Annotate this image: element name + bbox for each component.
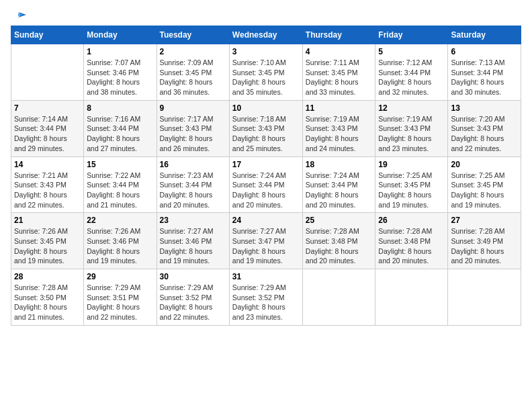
day-info: Sunrise: 7:16 AMSunset: 3:44 PMDaylight:… [87,114,153,154]
day-info: Sunrise: 7:24 AMSunset: 3:44 PMDaylight:… [306,171,373,210]
calendar-cell [375,269,448,326]
calendar-week-row: 1Sunrise: 7:07 AMSunset: 3:46 PMDaylight… [11,44,521,101]
calendar-cell: 23Sunrise: 7:27 AMSunset: 3:46 PMDayligh… [157,213,229,269]
day-number: 21 [14,216,81,225]
day-info: Sunrise: 7:28 AMSunset: 3:49 PMDaylight:… [451,226,518,266]
day-number: 1 [87,47,153,56]
day-number: 11 [306,103,373,113]
calendar-cell [11,44,84,101]
day-number: 31 [232,272,300,281]
day-number: 30 [160,272,226,281]
header-thursday: Thursday [302,26,375,44]
calendar-cell: 7Sunrise: 7:14 AMSunset: 3:44 PMDaylight… [11,100,84,156]
day-info: Sunrise: 7:17 AMSunset: 3:43 PMDaylight:… [160,114,226,154]
day-number: 20 [451,160,518,169]
day-number: 18 [306,160,373,169]
day-number: 5 [378,47,445,56]
day-number: 6 [451,47,518,56]
day-number: 16 [160,160,226,169]
day-number: 2 [160,47,226,56]
calendar-cell: 13Sunrise: 7:20 AMSunset: 3:43 PMDayligh… [448,100,521,156]
day-number: 19 [378,160,445,169]
day-info: Sunrise: 7:19 AMSunset: 3:43 PMDaylight:… [378,114,445,154]
calendar-cell: 30Sunrise: 7:29 AMSunset: 3:52 PMDayligh… [157,269,229,326]
calendar-cell: 6Sunrise: 7:13 AMSunset: 3:44 PMDaylight… [448,44,521,101]
page-header [11,11,521,19]
day-info: Sunrise: 7:26 AMSunset: 3:45 PMDaylight:… [14,226,81,266]
header-sunday: Sunday [11,26,84,44]
day-info: Sunrise: 7:27 AMSunset: 3:47 PMDaylight:… [232,226,300,266]
logo-bird-icon [11,11,26,21]
day-number: 14 [14,160,81,169]
calendar-week-row: 21Sunrise: 7:26 AMSunset: 3:45 PMDayligh… [11,213,521,269]
calendar-week-row: 14Sunrise: 7:21 AMSunset: 3:43 PMDayligh… [11,156,521,213]
calendar-cell: 2Sunrise: 7:09 AMSunset: 3:45 PMDaylight… [157,44,229,101]
header-tuesday: Tuesday [157,26,229,44]
day-info: Sunrise: 7:23 AMSunset: 3:44 PMDaylight:… [160,171,226,210]
day-info: Sunrise: 7:21 AMSunset: 3:43 PMDaylight:… [14,171,81,210]
calendar-cell: 3Sunrise: 7:10 AMSunset: 3:45 PMDaylight… [229,44,302,101]
calendar-header-row: SundayMondayTuesdayWednesdayThursdayFrid… [11,26,521,44]
calendar-cell: 27Sunrise: 7:28 AMSunset: 3:49 PMDayligh… [448,213,521,269]
day-info: Sunrise: 7:14 AMSunset: 3:44 PMDaylight:… [14,114,81,154]
calendar-cell: 26Sunrise: 7:28 AMSunset: 3:48 PMDayligh… [375,213,448,269]
day-info: Sunrise: 7:07 AMSunset: 3:46 PMDaylight:… [87,58,153,97]
calendar-cell: 15Sunrise: 7:22 AMSunset: 3:44 PMDayligh… [84,156,157,213]
day-info: Sunrise: 7:11 AMSunset: 3:45 PMDaylight:… [306,58,373,97]
day-info: Sunrise: 7:12 AMSunset: 3:44 PMDaylight:… [378,58,445,97]
day-number: 24 [232,216,300,225]
day-info: Sunrise: 7:22 AMSunset: 3:44 PMDaylight:… [87,171,153,210]
day-info: Sunrise: 7:20 AMSunset: 3:43 PMDaylight:… [451,114,518,154]
day-number: 26 [378,216,445,225]
day-info: Sunrise: 7:27 AMSunset: 3:46 PMDaylight:… [160,226,226,266]
day-info: Sunrise: 7:26 AMSunset: 3:46 PMDaylight:… [87,226,153,266]
calendar-cell: 22Sunrise: 7:26 AMSunset: 3:46 PMDayligh… [84,213,157,269]
day-number: 17 [232,160,300,169]
day-info: Sunrise: 7:13 AMSunset: 3:44 PMDaylight:… [451,58,518,97]
header-friday: Friday [375,26,448,44]
calendar-cell: 12Sunrise: 7:19 AMSunset: 3:43 PMDayligh… [375,100,448,156]
calendar-cell: 14Sunrise: 7:21 AMSunset: 3:43 PMDayligh… [11,156,84,213]
day-info: Sunrise: 7:25 AMSunset: 3:45 PMDaylight:… [451,171,518,210]
calendar-cell: 18Sunrise: 7:24 AMSunset: 3:44 PMDayligh… [302,156,375,213]
calendar-cell: 16Sunrise: 7:23 AMSunset: 3:44 PMDayligh… [157,156,229,213]
calendar-cell: 4Sunrise: 7:11 AMSunset: 3:45 PMDaylight… [302,44,375,101]
header-monday: Monday [84,26,157,44]
day-number: 12 [378,103,445,113]
calendar-cell: 1Sunrise: 7:07 AMSunset: 3:46 PMDaylight… [84,44,157,101]
day-info: Sunrise: 7:19 AMSunset: 3:43 PMDaylight:… [306,114,373,154]
calendar-cell: 29Sunrise: 7:29 AMSunset: 3:51 PMDayligh… [84,269,157,326]
day-number: 4 [306,47,373,56]
day-number: 23 [160,216,226,225]
day-info: Sunrise: 7:24 AMSunset: 3:44 PMDaylight:… [232,171,300,210]
calendar-cell: 25Sunrise: 7:28 AMSunset: 3:48 PMDayligh… [302,213,375,269]
calendar-cell: 20Sunrise: 7:25 AMSunset: 3:45 PMDayligh… [448,156,521,213]
day-number: 27 [451,216,518,225]
day-info: Sunrise: 7:28 AMSunset: 3:48 PMDaylight:… [378,226,445,266]
calendar-cell: 17Sunrise: 7:24 AMSunset: 3:44 PMDayligh… [229,156,302,213]
day-number: 29 [87,272,153,281]
calendar-cell: 31Sunrise: 7:29 AMSunset: 3:52 PMDayligh… [229,269,302,326]
calendar-cell: 9Sunrise: 7:17 AMSunset: 3:43 PMDaylight… [157,100,229,156]
day-info: Sunrise: 7:29 AMSunset: 3:52 PMDaylight:… [160,283,226,322]
day-number: 7 [14,103,81,113]
day-info: Sunrise: 7:18 AMSunset: 3:43 PMDaylight:… [232,114,300,154]
day-info: Sunrise: 7:09 AMSunset: 3:45 PMDaylight:… [160,58,226,97]
calendar-cell: 8Sunrise: 7:16 AMSunset: 3:44 PMDaylight… [84,100,157,156]
calendar-cell: 28Sunrise: 7:28 AMSunset: 3:50 PMDayligh… [11,269,84,326]
calendar-cell: 11Sunrise: 7:19 AMSunset: 3:43 PMDayligh… [302,100,375,156]
header-saturday: Saturday [448,26,521,44]
calendar-cell: 21Sunrise: 7:26 AMSunset: 3:45 PMDayligh… [11,213,84,269]
day-info: Sunrise: 7:28 AMSunset: 3:50 PMDaylight:… [14,283,81,322]
day-number: 9 [160,103,226,113]
day-number: 13 [451,103,518,113]
day-number: 8 [87,103,153,113]
day-info: Sunrise: 7:28 AMSunset: 3:48 PMDaylight:… [306,226,373,266]
day-number: 22 [87,216,153,225]
day-info: Sunrise: 7:25 AMSunset: 3:45 PMDaylight:… [378,171,445,210]
day-number: 10 [232,103,300,113]
calendar-cell: 24Sunrise: 7:27 AMSunset: 3:47 PMDayligh… [229,213,302,269]
day-number: 28 [14,272,81,281]
header-wednesday: Wednesday [229,26,302,44]
calendar-cell [302,269,375,326]
